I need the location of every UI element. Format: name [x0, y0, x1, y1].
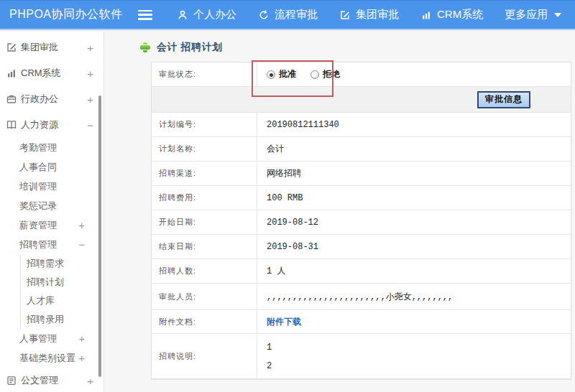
field-value: 会计	[257, 143, 571, 155]
sidebar-item-hr-contract[interactable]: 人事合同	[0, 157, 104, 177]
form-row-recruit-channel: 招聘渠道: 网络招聘	[152, 162, 571, 186]
field-value: 20190812111340	[257, 120, 571, 130]
description-line: 2	[267, 361, 571, 371]
sidebar-item-recruit-plan[interactable]: 招聘计划	[21, 273, 104, 291]
field-label: 招聘渠道:	[152, 162, 257, 185]
edit-square-icon	[6, 42, 17, 53]
field-label: 结束日期:	[152, 235, 257, 258]
nav-item-label: 更多应用	[505, 8, 548, 22]
sidebar-item-label: 人力资源	[21, 118, 84, 131]
form-row-approver: 审批人员: ,,,,,,,,,,,,,,,,,,,,,,,小尧女,,,,,,,,	[152, 284, 571, 310]
form-row-start-date: 开始日期: 2019-08-12	[152, 210, 571, 235]
sidebar-item-label: CRM系统	[21, 67, 84, 80]
collapse-icon[interactable]: −	[78, 238, 85, 251]
document-icon	[6, 375, 17, 386]
field-value: 1 人	[257, 265, 571, 277]
nav-item-label: CRM系统	[437, 8, 483, 22]
sidebar-item-label: 公文管理	[21, 374, 84, 387]
expand-icon[interactable]: +	[87, 375, 93, 387]
form-row-plan-number: 计划编号: 20190812111340	[152, 113, 571, 137]
field-value: 2019-08-12	[257, 218, 571, 228]
expand-icon[interactable]: +	[87, 67, 93, 80]
sidebar-item-salary[interactable]: 薪资管理 +	[0, 215, 104, 235]
form-row-attachment: 附件文档: 附件下载	[152, 310, 571, 334]
page-header: 会计 招聘计划	[140, 41, 575, 54]
form-row-description: 招聘说明: 1 2	[152, 334, 571, 379]
nav-item-group-approval[interactable]: 集团审批	[339, 8, 399, 22]
radio-approve-checked-icon[interactable]	[267, 70, 275, 79]
form-row-end-date: 结束日期: 2019-08-31	[152, 235, 571, 259]
expand-icon[interactable]: +	[78, 352, 85, 364]
expand-icon[interactable]: +	[87, 42, 93, 54]
form-row-recruit-cost: 招聘费用: 100 RMB	[152, 186, 571, 210]
sidebar-item-label: 集团审批	[21, 41, 84, 54]
sidebar-item-talent-pool[interactable]: 人才库	[21, 291, 104, 310]
nav-item-label: 个人办公	[193, 8, 236, 22]
field-value: 1 2	[257, 334, 571, 378]
field-label: 计划名称:	[152, 137, 257, 161]
caret-down-icon	[554, 13, 561, 17]
sidebar-item-attendance[interactable]: 考勤管理	[0, 138, 104, 157]
sidebar-item-admin-office[interactable]: 行政办公 +	[0, 86, 104, 112]
nav-item-flow-approval[interactable]: 流程审批	[258, 8, 318, 22]
description-line: 1	[267, 342, 571, 353]
flow-cycle-icon	[258, 9, 270, 21]
field-label: 招聘费用:	[152, 186, 257, 210]
radio-option-reject[interactable]: 拒绝	[310, 68, 340, 80]
briefcase-icon	[6, 93, 17, 105]
radio-reject-unchecked-icon[interactable]	[310, 70, 319, 79]
expand-icon[interactable]: +	[87, 93, 93, 106]
field-label: 招聘说明:	[152, 334, 257, 378]
field-value: 网络招聘	[257, 167, 571, 179]
sidebar-item-personnel-mgmt[interactable]: 人事管理 +	[0, 329, 104, 348]
field-value: 100 RMB	[257, 193, 571, 203]
edit-square-icon	[339, 9, 351, 21]
form-row-status: 审批状态: 批准 拒绝	[152, 62, 571, 87]
attachment-download-link[interactable]: 附件下载	[267, 317, 301, 327]
sidebar-item-training[interactable]: 培训管理	[0, 177, 104, 196]
field-label: 招聘人数:	[152, 259, 257, 283]
book-icon	[6, 119, 17, 131]
field-value: 批准 拒绝	[257, 68, 571, 80]
field-value: 附件下载	[257, 316, 571, 328]
form-row-button: 审批信息	[152, 87, 571, 113]
nav-item-label: 流程审批	[275, 8, 318, 22]
sidebar-item-recruit-hire[interactable]: 招聘录用	[21, 310, 104, 329]
form-row-plan-name: 计划名称: 会计	[152, 137, 571, 162]
expand-icon[interactable]: +	[78, 332, 85, 345]
form-row-headcount: 招聘人数: 1 人	[152, 259, 571, 284]
collapse-icon[interactable]: −	[87, 119, 93, 131]
sidebar: 集团审批 + CRM系统 + 行政办公 + 人力资源 − 考勤管理 人事合同 培…	[0, 32, 104, 392]
nav-item-crm[interactable]: CRM系统	[420, 8, 483, 22]
field-label: 审批状态:	[152, 62, 257, 86]
radio-option-approve[interactable]: 批准	[267, 68, 296, 80]
top-navbar: PHPOA协同办公软件 个人办公 流程审批 集团审批 CRM系统	[0, 0, 575, 30]
expand-icon[interactable]: +	[78, 219, 85, 231]
user-icon	[177, 9, 188, 21]
menu-icon[interactable]	[138, 10, 152, 20]
approval-info-button[interactable]: 审批信息	[477, 91, 530, 108]
sidebar-item-group-approval[interactable]: 集团审批 +	[0, 34, 104, 60]
sidebar-item-recruit-mgmt[interactable]: 招聘管理 −	[0, 235, 104, 254]
field-label: 附件文档:	[152, 310, 257, 333]
status-radio-group: 批准 拒绝	[267, 68, 571, 80]
page-title: 会计 招聘计划	[157, 41, 223, 54]
field-value: 2019-08-31	[257, 242, 571, 252]
sidebar-scrollbar[interactable]	[98, 95, 101, 377]
recruit-submenu: 招聘需求 招聘计划 人才库 招聘录用	[20, 254, 104, 329]
nav-item-personal-office[interactable]: 个人办公	[177, 8, 236, 22]
sidebar-item-rewards[interactable]: 奖惩记录	[0, 196, 104, 215]
sidebar-item-hr[interactable]: 人力资源 −	[0, 112, 104, 138]
sidebar-item-document-mgmt[interactable]: 公文管理 +	[0, 368, 104, 392]
sidebar-item-crm[interactable]: CRM系统 +	[0, 60, 104, 86]
app-logo: PHPOA协同办公软件	[0, 7, 138, 22]
sidebar-item-base-category[interactable]: 基础类别设置 +	[0, 348, 104, 368]
field-value: ,,,,,,,,,,,,,,,,,,,,,,,小尧女,,,,,,,,	[257, 291, 571, 303]
bar-chart-icon	[420, 9, 432, 21]
field-label: 计划编号:	[152, 113, 257, 136]
nav-item-label: 集团审批	[356, 8, 399, 22]
nav-item-more-apps[interactable]: 更多应用	[505, 8, 561, 22]
sidebar-item-recruit-demand[interactable]: 招聘需求	[21, 254, 104, 273]
approval-form: 审批状态: 批准 拒绝 审批信息 计划编号: 2	[151, 62, 571, 380]
add-icon[interactable]	[140, 42, 150, 52]
